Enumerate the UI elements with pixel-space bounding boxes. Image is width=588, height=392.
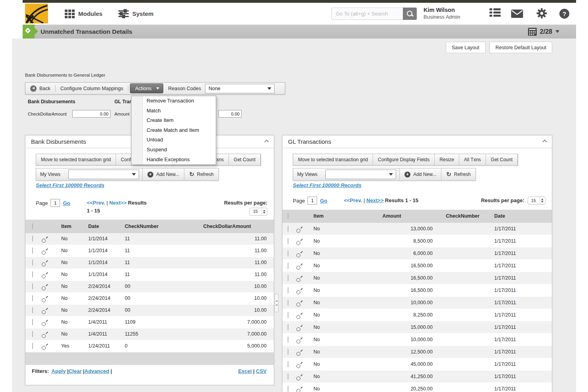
save-layout-button[interactable]: Save Layout xyxy=(446,42,485,53)
bank-table-row[interactable]: No 1/1/2014 11 11.00 xyxy=(25,233,274,245)
grid-toolbar-button[interactable]: Get Count xyxy=(486,154,518,165)
page-number-input[interactable] xyxy=(308,197,317,205)
restore-default-layout-button[interactable]: Restore Default Layout xyxy=(489,42,552,53)
gl-table-row[interactable]: No 15,000.00 1/17/2011 xyxy=(282,321,552,334)
actions-menu-item[interactable]: Unload xyxy=(132,135,216,145)
actions-menu-item[interactable]: Handle Exceptions xyxy=(132,155,216,165)
column-header-amount[interactable]: Amount xyxy=(348,213,436,219)
page-number-input[interactable] xyxy=(50,199,60,207)
gl-table-row[interactable]: No 16,500.00 1/17/2011 xyxy=(282,284,552,297)
configure-column-mappings-button[interactable]: Configure Column Mappings xyxy=(56,83,128,94)
gl-table-row[interactable]: No 20,250.00 1/17/2011 xyxy=(282,383,552,392)
row-checkbox[interactable] xyxy=(288,312,288,318)
modules-menu[interactable]: Modules xyxy=(65,3,103,25)
row-checkbox[interactable] xyxy=(288,238,288,244)
row-checkbox[interactable] xyxy=(32,259,33,266)
prev-page-link[interactable]: <<Prev. xyxy=(87,200,105,206)
collapse-panel-icon[interactable] xyxy=(542,139,547,144)
select-first-records-link[interactable]: Select First 100000 Records xyxy=(36,182,104,188)
check-dollar-amount-input[interactable] xyxy=(72,110,110,118)
grid-toolbar-button[interactable]: Get Count xyxy=(229,154,261,165)
settings-button[interactable] xyxy=(536,8,547,20)
actions-menu-item[interactable]: Remove Transaction xyxy=(132,96,216,106)
bank-table-row[interactable]: No 1/1/2014 11 11.00 xyxy=(25,269,274,281)
results-per-page-stepper[interactable]: 15 xyxy=(250,208,267,216)
row-checkbox[interactable] xyxy=(32,271,33,278)
gl-table-row[interactable]: No 10,000.00 1/17/2011 xyxy=(282,297,552,309)
column-header-date[interactable]: Date xyxy=(489,213,552,219)
select-first-records-link[interactable]: Select First 100000 Records xyxy=(293,182,362,188)
actions-menu-item[interactable]: Create Item xyxy=(132,116,216,126)
messages-button[interactable]: 0 xyxy=(511,9,588,20)
add-new-view-button[interactable]: Add New... xyxy=(399,168,441,180)
bank-table-row[interactable]: No 2/24/2014 00 10.00 xyxy=(25,293,274,305)
panel-splitter-handle[interactable] xyxy=(275,294,279,312)
row-checkbox[interactable] xyxy=(288,349,288,355)
row-checkbox[interactable] xyxy=(288,226,288,232)
app-logo[interactable] xyxy=(25,4,48,23)
grid-toolbar-button[interactable]: Move to selected transaction grid xyxy=(36,154,116,165)
bank-table-row[interactable]: No 1/4/2011 1109 7,000.00 xyxy=(25,317,274,328)
bank-table-row[interactable]: No 1/1/2014 11 11.00 xyxy=(25,245,274,257)
row-checkbox[interactable] xyxy=(32,343,33,349)
row-checkbox[interactable] xyxy=(288,275,288,281)
gl-table-row[interactable]: No 45,000.00 1/17/2011 xyxy=(282,358,552,371)
row-checkbox[interactable] xyxy=(32,247,33,254)
gl-table-row[interactable]: No 8,250.00 1/17/2011 xyxy=(282,309,552,321)
grid-toolbar-button[interactable]: Resize xyxy=(435,154,459,165)
system-menu[interactable]: System xyxy=(118,3,153,25)
select-all-checkbox[interactable] xyxy=(32,223,33,230)
task-list-button[interactable] xyxy=(489,8,501,17)
row-checkbox[interactable] xyxy=(288,373,288,380)
row-checkbox[interactable] xyxy=(288,299,288,306)
column-header-item[interactable]: Item xyxy=(313,213,348,219)
row-checkbox[interactable] xyxy=(32,307,33,313)
user-info[interactable]: Kim Wilson Business Admin xyxy=(424,6,460,21)
help-button[interactable]: ? xyxy=(559,9,569,19)
bank-table-row[interactable]: No 2/24/2014 00 10.00 xyxy=(25,281,274,293)
gl-table-row[interactable]: No 12,500.00 1/17/2011 xyxy=(282,346,552,358)
row-checkbox[interactable] xyxy=(32,283,33,290)
global-search-input[interactable] xyxy=(331,8,403,20)
gl-table-row[interactable]: No 41,250.00 1/17/2011 xyxy=(282,371,552,383)
row-checkbox[interactable] xyxy=(288,287,288,294)
gl-table-row[interactable]: No 6,000.00 1/17/2011 xyxy=(282,247,552,260)
row-checkbox[interactable] xyxy=(288,324,288,330)
row-checkbox[interactable] xyxy=(32,319,33,325)
filter-link[interactable]: Apply xyxy=(51,368,66,374)
export-link[interactable]: CSV xyxy=(256,368,267,374)
gl-table-row[interactable]: No 16,500.00 1/17/2011 xyxy=(282,260,552,272)
row-checkbox[interactable] xyxy=(288,336,288,343)
collapse-panel-icon[interactable] xyxy=(264,139,269,144)
refresh-button[interactable]: Refresh xyxy=(184,168,219,180)
row-checkbox[interactable] xyxy=(288,263,288,269)
row-checkbox[interactable] xyxy=(288,386,288,392)
actions-menu-item[interactable]: Create Match and Item xyxy=(132,126,216,135)
bank-table-row[interactable]: No 1/1/2014 11 11.00 xyxy=(25,257,274,269)
results-per-page-stepper[interactable]: 15 xyxy=(528,197,545,205)
my-views-select[interactable] xyxy=(68,170,139,179)
actions-dropdown-button[interactable]: Actions xyxy=(130,83,163,93)
reason-codes-select[interactable]: None xyxy=(205,84,275,93)
gl-table-row[interactable]: No 8,500.00 1/17/2011 xyxy=(282,235,552,247)
row-checkbox[interactable] xyxy=(32,331,33,337)
column-header-checknumber[interactable]: CheckNumber xyxy=(125,224,180,229)
bank-table-row[interactable]: No 2/24/2014 00 10.00 xyxy=(25,305,274,317)
bank-table-row[interactable]: Yes 1/24/2011 0 5,000.00 xyxy=(25,340,274,352)
gl-table-row[interactable]: No 16,500.00 1/17/2011 xyxy=(282,272,552,284)
grid-toolbar-button[interactable]: All Txns xyxy=(459,154,486,165)
row-checkbox[interactable] xyxy=(288,250,288,257)
filter-link[interactable]: Advanced xyxy=(85,368,109,374)
prev-page-link[interactable]: <<Prev. xyxy=(344,197,362,203)
date-selector[interactable]: 2/28 xyxy=(528,28,559,36)
row-checkbox[interactable] xyxy=(32,295,33,301)
row-checkbox[interactable] xyxy=(288,361,288,367)
select-all-checkbox[interactable] xyxy=(288,213,288,219)
search-button[interactable] xyxy=(403,8,417,20)
column-header-date[interactable]: Date xyxy=(88,224,125,229)
grid-toolbar-button[interactable]: Configure Display Fields xyxy=(373,154,435,165)
next-page-link[interactable]: Next>> xyxy=(366,197,383,203)
actions-menu-item[interactable]: Match xyxy=(132,106,216,116)
column-header-checkdollaramount[interactable]: CheckDollarAmount xyxy=(180,224,274,229)
actions-menu-item[interactable]: Suspend xyxy=(132,145,216,155)
